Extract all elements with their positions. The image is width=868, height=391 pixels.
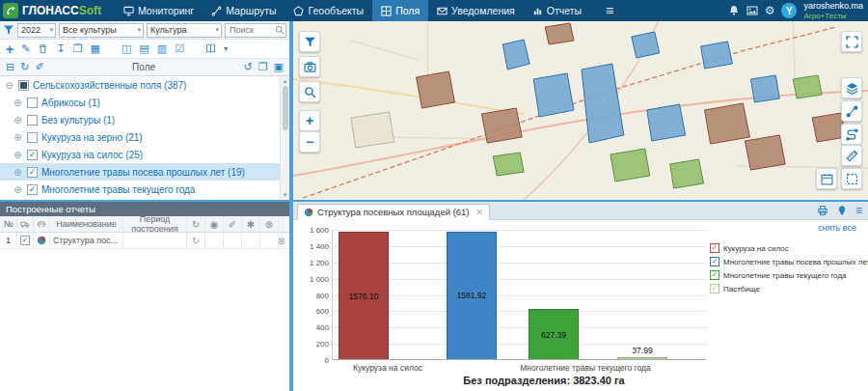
edit-col-icon[interactable]: ✐ (224, 216, 242, 232)
duplicate-icon[interactable]: ❐ (258, 62, 268, 72)
legend-item[interactable]: ✓Кукуруза на силос (710, 243, 868, 253)
calendar-plan-icon[interactable]: ▤ (139, 43, 149, 54)
filter-icon[interactable] (299, 31, 320, 52)
expand-icon[interactable]: ⊕ (13, 132, 23, 143)
menu-item-routes[interactable]: Маршруты (203, 0, 285, 21)
pie-chart-icon (34, 233, 50, 248)
cultures-select[interactable]: Все культуры▾ (59, 23, 144, 38)
layers-icon[interactable] (841, 77, 862, 98)
report-row[interactable]: 1 ✓ Структура пос... ↻ ⊗ (0, 233, 289, 249)
measure-icon[interactable] (841, 145, 862, 166)
calendar-icon[interactable] (816, 168, 837, 189)
remove-col-icon[interactable]: ⊗ (260, 216, 279, 232)
trash-icon[interactable] (38, 43, 48, 54)
checklist-icon[interactable]: ☑ (175, 43, 184, 54)
tree-item[interactable]: ⊖Сельскохозяйственные поля (387) (0, 76, 289, 94)
tree-checkbox[interactable] (27, 98, 38, 108)
refresh-icon[interactable]: ↻ (20, 62, 29, 72)
status-col-icon[interactable]: ◉ (205, 216, 224, 232)
refresh-col-icon[interactable]: ↻ (187, 216, 205, 232)
tree-checkbox[interactable]: ✓ (27, 184, 38, 195)
add-icon[interactable]: + (6, 42, 14, 56)
tree-checkbox[interactable]: ✓ (27, 150, 38, 160)
tree-scrollbar[interactable]: ▲ ▼ (280, 76, 289, 200)
expand-icon[interactable] (841, 31, 862, 52)
legend-checkbox[interactable]: ✓ (710, 284, 719, 293)
route-icon[interactable] (841, 124, 862, 145)
tree-item[interactable]: ⊕Абрикосы (1) (0, 94, 289, 111)
expand-icon[interactable]: ⊕ (13, 167, 23, 178)
burger-menu-icon[interactable]: ≡ (606, 4, 613, 17)
plot: 02004006008001 0001 2001 4001 6001576.10… (332, 230, 706, 360)
zoom-in-icon[interactable]: + (299, 110, 320, 131)
avatar[interactable]: Y (781, 3, 797, 18)
filter-icon[interactable] (3, 24, 14, 36)
bar-value-label: 627.39 (519, 330, 588, 340)
chevron-down-icon[interactable]: ▾ (224, 45, 228, 53)
close-tab-icon[interactable]: ✕ (476, 208, 484, 217)
legend-item[interactable]: ✓Многолетние травы посева прошлых лет (710, 257, 868, 266)
tree-item[interactable]: ⊕✓Многолетние травы текущего года (0, 181, 289, 198)
list-icon[interactable]: ≡ (855, 205, 862, 216)
menu-item-reports[interactable]: Отчеты (524, 0, 590, 21)
tab-crop-structure[interactable]: Структура посевных площадей (61) ✕ (297, 204, 490, 220)
camera-icon[interactable] (299, 56, 320, 77)
legend-checkbox[interactable]: ✓ (710, 257, 719, 266)
panel-icon[interactable]: ▣ (274, 62, 284, 72)
history-icon[interactable]: ↺ (244, 62, 253, 72)
edit-icon[interactable]: ✎ (21, 43, 30, 54)
book-icon[interactable] (205, 43, 216, 54)
image-icon[interactable] (746, 5, 758, 16)
mark-col-icon[interactable]: ✱ (242, 216, 260, 232)
menu-item-geoobjects[interactable]: Геообъекты (285, 0, 372, 21)
merge-cells-icon[interactable]: ⊟ (6, 62, 14, 72)
pin-icon[interactable] (836, 205, 848, 216)
scrollbar-thumb[interactable] (283, 86, 288, 130)
map[interactable]: +− (291, 21, 868, 200)
report-remove-icon[interactable]: ⊗ (279, 233, 289, 248)
scroll-down-icon[interactable]: ▼ (283, 190, 288, 200)
year-select[interactable]: 2022▾ (17, 23, 56, 38)
menu-item-fields[interactable]: Поля (372, 0, 428, 21)
card-icon[interactable]: ▥ (157, 43, 167, 54)
expand-icon[interactable]: ⊕ (13, 184, 23, 195)
paint-icon[interactable]: ✐ (35, 62, 43, 72)
legend-checkbox[interactable]: ✓ (710, 243, 719, 253)
expand-icon[interactable]: ⊕ (13, 98, 23, 108)
track-icon[interactable] (841, 100, 862, 122)
printer-icon[interactable] (817, 205, 828, 216)
expand-icon[interactable]: ⊕ (13, 115, 23, 126)
grid-icon[interactable]: ▦ (91, 43, 100, 54)
expand-icon[interactable]: ⊕ (13, 150, 23, 160)
bell-icon[interactable] (728, 5, 740, 16)
copy-fields-icon[interactable]: ❐ (73, 43, 83, 54)
clear-all-link[interactable]: снять все (818, 223, 856, 233)
user-block[interactable]: yaroshenko.ma Агро+Тесты (803, 1, 863, 20)
tree-checkbox[interactable]: ✓ (27, 167, 38, 178)
tree-item[interactable]: ⊕✓Кукуруза на силос (25) (0, 146, 289, 163)
tree-item[interactable]: ⊕Кукуруза на зерно (21) (0, 128, 289, 146)
legend-item[interactable]: ✓Пастбище (710, 284, 868, 293)
x-axis-label: Многолетние травы текущего года (520, 363, 650, 373)
report-refresh-icon[interactable]: ↻ (187, 233, 205, 248)
collapse-icon[interactable]: ⊖ (4, 80, 14, 91)
tree-item[interactable]: ⊕✓Многолетние травы посева прошлых лет (… (0, 163, 289, 181)
gear-icon[interactable]: ⚙ (765, 5, 775, 16)
zoom-out-icon[interactable]: − (299, 131, 320, 153)
area-select-icon[interactable] (841, 168, 862, 189)
legend-checkbox[interactable]: ✓ (710, 270, 719, 280)
tree-checkbox[interactable] (27, 132, 38, 143)
tree-checkbox[interactable] (18, 80, 29, 91)
scroll-up-icon[interactable]: ▲ (283, 76, 288, 86)
menu-item-notifications[interactable]: Уведомления (428, 0, 524, 21)
tree-checkbox[interactable] (27, 115, 38, 126)
zoom-search-icon[interactable] (299, 81, 320, 102)
report-checkbox[interactable]: ✓ (20, 236, 30, 245)
menu-item-monitoring[interactable]: Мониторинг (115, 0, 203, 21)
tree-item[interactable]: ⊕Без культуры (1) (0, 111, 289, 128)
mode-select[interactable]: Культура▾ (147, 23, 222, 38)
import-icon[interactable]: ↧ (56, 43, 65, 54)
clipboard-icon[interactable]: ◫ (122, 43, 131, 54)
legend-item[interactable]: ✓Многолетние травы текущего года (710, 270, 868, 280)
user-name: yaroshenko.ma (803, 1, 863, 11)
